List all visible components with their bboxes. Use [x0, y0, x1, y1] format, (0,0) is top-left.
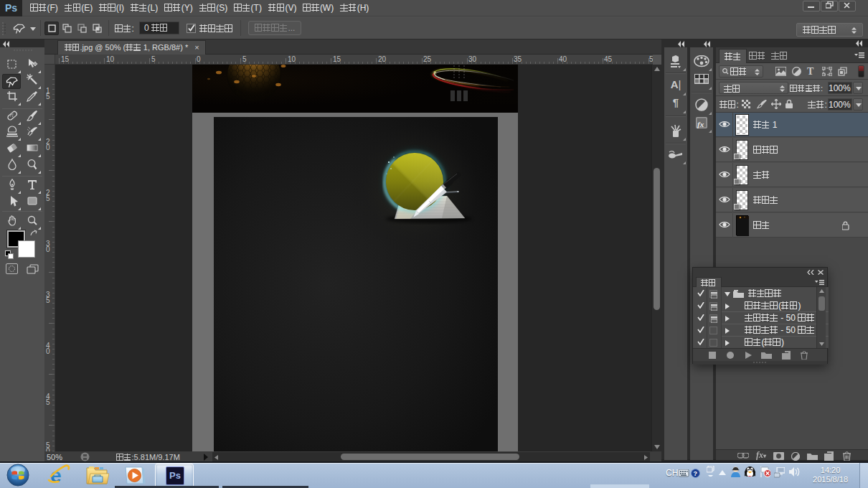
svg-text:?: ? — [694, 470, 698, 477]
svg-text:fx: fx — [697, 120, 704, 128]
